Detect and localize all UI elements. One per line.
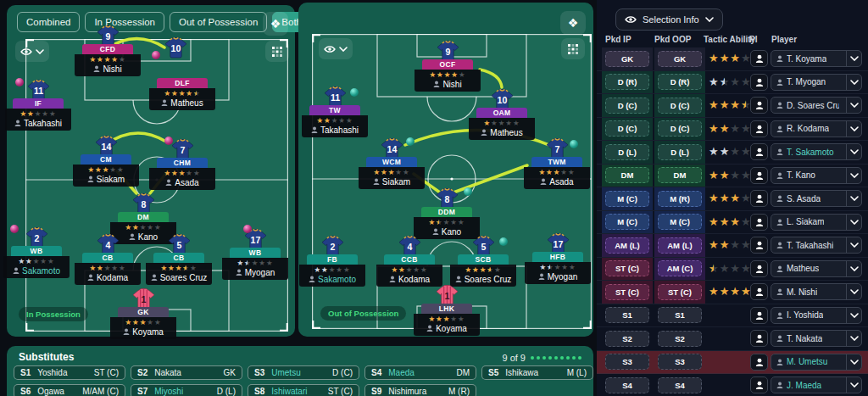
sparkle-button[interactable]: ❖ xyxy=(263,12,288,36)
player-marker[interactable]: 2 WB ★★★★★★★★★★ Sakamoto xyxy=(5,227,68,278)
player-marker[interactable]: 9 OCF ★★★★★★★★★★ Nishi xyxy=(416,41,479,92)
player-dropdown[interactable]: T. Nakata xyxy=(771,330,862,347)
position-pill-oop[interactable]: AM (L) xyxy=(658,237,702,254)
position-pill-oop[interactable]: D (C) xyxy=(658,120,702,137)
player-marker[interactable]: 7 CHM ★★★★★★★★★★ Asada xyxy=(151,139,214,190)
position-pill-oop[interactable]: D (R) xyxy=(658,74,702,90)
player-dropdown[interactable]: L. Siakam xyxy=(771,214,862,231)
sub-chip[interactable]: S2NakataGK xyxy=(131,365,242,380)
position-pill-ip[interactable]: D (C) xyxy=(605,120,649,137)
sub-chip[interactable]: S4MaedaDM xyxy=(364,365,476,380)
player-marker[interactable]: 17 WB ★★★★★★★★★★ Myogan xyxy=(224,229,287,280)
position-pill-ip[interactable]: DM xyxy=(605,167,649,183)
position-pill-ip[interactable]: M (C) xyxy=(605,191,649,207)
player-marker[interactable]: 14 WCM ★★★★★★★★★★ Siakam xyxy=(360,138,423,189)
position-pill-oop[interactable]: D (L) xyxy=(658,144,702,160)
sub-chip[interactable]: S6OgawaM/AM (C) xyxy=(14,384,125,396)
player-marker[interactable]: 11 IF ★★★★★★★★★★ Takahashi xyxy=(7,80,70,131)
position-pill-ip[interactable]: ST (C) xyxy=(605,284,649,300)
player-marker[interactable]: 14 CM ★★★★★★★★★★ Siakam xyxy=(75,136,137,187)
position-pill-ip[interactable]: S2 xyxy=(605,331,649,347)
sub-chip[interactable]: S5IshikawaM (L) xyxy=(481,365,593,380)
player-marker[interactable]: 1 LHK ★★★★★★★★★★ Koyama xyxy=(415,285,478,336)
player-marker[interactable]: 10 DLF ★★★★★★★★★★ Matheus xyxy=(151,37,214,110)
position-pill-oop[interactable]: GK xyxy=(658,51,702,67)
position-pill-ip[interactable]: S3 xyxy=(605,354,649,370)
selection-info-dropdown[interactable]: Selection Info xyxy=(615,8,723,31)
sub-chip[interactable]: S3UmetsuD (C) xyxy=(248,365,359,380)
player-marker[interactable]: 7 TWM ★★★★★★★★★★ Asada xyxy=(526,138,588,189)
position-pill-ip[interactable]: GK xyxy=(605,51,649,67)
position-pill-oop[interactable]: S2 xyxy=(658,331,702,347)
player-marker[interactable]: 1 GK ★★★★★★★★★★ Koyama xyxy=(112,288,175,339)
position-pill-ip[interactable]: AM (L) xyxy=(605,237,649,254)
player-instructions-button[interactable] xyxy=(750,190,768,207)
sub-chip[interactable]: S9NishimuraM (R) xyxy=(364,384,476,396)
pitch-view-dropdown[interactable] xyxy=(15,41,49,62)
player-marker[interactable]: 8 DDM ★★★★★★★★★★ Kano xyxy=(415,188,478,239)
player-dropdown[interactable]: I. Yoshida xyxy=(771,307,862,324)
player-dropdown[interactable]: D. Soares Cruz xyxy=(771,97,862,114)
player-dropdown[interactable]: Matheus xyxy=(771,260,862,277)
picked-oop-cell: AM (C) xyxy=(654,258,705,281)
player-dropdown[interactable]: T. Koyama xyxy=(771,50,862,67)
player-marker[interactable]: 2 FB ★★★★★★★★★★ Sakamoto xyxy=(301,236,364,287)
position-pill-ip[interactable]: D (L) xyxy=(605,144,649,160)
player-dropdown[interactable]: T. Takahashi xyxy=(771,237,862,254)
player-instructions-button[interactable] xyxy=(750,74,768,91)
sub-chip[interactable]: S8IshiwatariST (C) xyxy=(248,384,359,396)
player-dropdown[interactable]: J. Maeda xyxy=(771,376,862,393)
tab-combined[interactable]: Combined xyxy=(17,12,80,32)
sparkle-button[interactable]: ❖ xyxy=(560,11,586,35)
position-pill-oop[interactable]: AM (C) xyxy=(658,260,702,276)
player-instructions-button[interactable] xyxy=(750,97,768,114)
player-instructions-button[interactable] xyxy=(750,237,768,254)
sub-chip[interactable]: S7MiyoshiD (L) xyxy=(131,384,242,396)
position-pill-ip[interactable]: S4 xyxy=(605,377,649,393)
position-pill-oop[interactable]: ST (C) xyxy=(658,284,702,300)
position-pill-oop[interactable]: M (R) xyxy=(658,191,702,207)
player-instructions-button[interactable] xyxy=(750,283,768,300)
tab-out-of-possession[interactable]: Out of Possession xyxy=(170,12,267,32)
position-pill-oop[interactable]: S1 xyxy=(658,307,702,323)
player-dropdown[interactable]: S. Asada xyxy=(771,190,862,207)
player-dropdown[interactable]: M. Umetsu xyxy=(771,354,862,371)
pitch-view-dropdown[interactable] xyxy=(319,38,353,59)
position-pill-ip[interactable]: S1 xyxy=(605,307,649,323)
player-marker[interactable]: 4 CCB ★★★★★★★★★★ Kodama xyxy=(378,236,441,287)
player-dropdown[interactable]: T. Sakamoto xyxy=(771,143,862,160)
player-marker[interactable]: 9 CFD ★★★★★★★★★★ Nishi xyxy=(76,25,139,76)
position-pill-ip[interactable]: D (C) xyxy=(605,98,649,114)
player-dropdown[interactable]: T. Kano xyxy=(771,167,862,184)
player-instructions-button[interactable] xyxy=(750,143,768,160)
position-pill-ip[interactable]: M (C) xyxy=(605,214,649,230)
player-marker[interactable]: 4 CB ★★★★★★★★★★ Kodama xyxy=(76,234,139,285)
player-instructions-button[interactable] xyxy=(750,167,768,184)
position-pill-oop[interactable]: S3 xyxy=(658,354,702,370)
player-marker[interactable]: 10 OAM ★★★★★★★★★★ Matheus xyxy=(470,89,533,140)
player-instructions-button[interactable] xyxy=(750,307,768,324)
player-instructions-button[interactable] xyxy=(750,376,768,393)
position-pill-oop[interactable]: M (C) xyxy=(658,214,702,230)
picked-oop-cell: AM (L) xyxy=(654,234,705,257)
picked-ip-cell: D (C) xyxy=(602,118,653,141)
position-pill-ip[interactable]: ST (C) xyxy=(605,260,649,276)
sub-chip[interactable]: S1YoshidaST (C) xyxy=(14,365,125,380)
player-instructions-button[interactable] xyxy=(750,330,768,347)
player-instructions-button[interactable] xyxy=(750,354,768,371)
position-pill-oop[interactable]: DM xyxy=(658,167,702,183)
player-marker[interactable]: 17 HFB ★★★★★★★★★★ Myogan xyxy=(526,233,589,284)
player-instructions-button[interactable] xyxy=(750,120,768,137)
formation-grid-button[interactable] xyxy=(561,38,585,59)
position-pill-oop[interactable]: S4 xyxy=(658,377,702,393)
formation-grid-button[interactable] xyxy=(265,41,289,62)
position-pill-ip[interactable]: D (R) xyxy=(605,74,649,90)
player-dropdown[interactable]: R. Kodama xyxy=(771,120,862,137)
player-marker[interactable]: 5 CB ★★★★★★★★★★ Soares Cruz xyxy=(147,234,210,285)
player-instructions-button[interactable] xyxy=(750,214,768,231)
player-dropdown[interactable]: M. Nishi xyxy=(771,283,862,300)
player-instructions-button[interactable] xyxy=(750,50,768,67)
position-pill-oop[interactable]: D (C) xyxy=(658,98,702,114)
player-dropdown[interactable]: T. Myogan xyxy=(771,74,862,91)
player-instructions-button[interactable] xyxy=(750,260,768,277)
